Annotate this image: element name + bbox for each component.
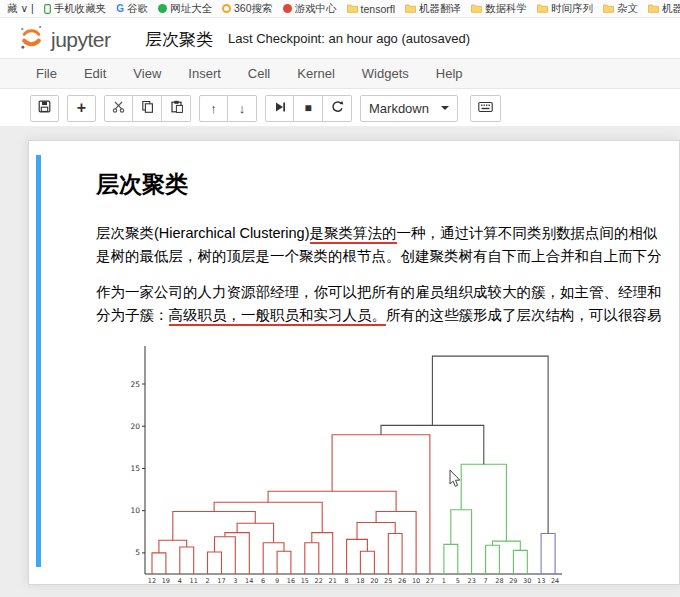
menu-view[interactable]: View bbox=[133, 66, 175, 81]
x-tick-label: 24 bbox=[551, 577, 559, 585]
bookmark-label: tensorfl bbox=[361, 3, 395, 15]
bookmark-item[interactable]: 游戏中心 bbox=[278, 1, 342, 17]
jupyter-logo-wordmark: jupyter bbox=[51, 28, 111, 52]
copy-cell-button[interactable] bbox=[133, 95, 162, 122]
bookmark-item[interactable]: 机器学习 bbox=[643, 1, 680, 17]
copy-icon bbox=[141, 100, 154, 116]
x-tick-label: 2 bbox=[205, 577, 209, 585]
bookmark-item[interactable]: 机器翻译 bbox=[400, 1, 466, 17]
bookmark-item[interactable]: 360搜索 bbox=[217, 1, 278, 17]
x-tick-label: 3 bbox=[233, 577, 237, 585]
x-tick-label: 13 bbox=[537, 577, 545, 585]
x-tick-label: 15 bbox=[301, 577, 309, 585]
p1-line2: 是树的最低层，树的顶层是一个聚类的根节点。创建聚类树有自下而上合并和自上而下分 bbox=[96, 245, 680, 268]
x-tick-label: 27 bbox=[426, 577, 434, 585]
dendrogram-link bbox=[376, 512, 416, 575]
stop-icon: ■ bbox=[304, 101, 311, 115]
jupyter-header: jupyter 层次聚类 Last Checkpoint: an hour ag… bbox=[0, 18, 680, 58]
dendrogram-link bbox=[305, 543, 319, 574]
move-cell-down-button[interactable]: ↓ bbox=[228, 95, 257, 122]
x-tick-label: 6 bbox=[261, 577, 265, 585]
command-palette-button[interactable] bbox=[470, 95, 501, 122]
paragraph-1: 层次聚类(Hierarchical Clustering)是聚类算法的一种，通过… bbox=[96, 222, 680, 268]
x-tick-label: 20 bbox=[370, 577, 378, 585]
move-cell-up-button[interactable]: ↑ bbox=[199, 95, 228, 122]
menu-file[interactable]: File bbox=[36, 66, 71, 81]
restart-kernel-button[interactable] bbox=[323, 95, 352, 122]
dendrogram-link bbox=[461, 464, 506, 541]
x-tick-label: 17 bbox=[217, 577, 225, 585]
interrupt-kernel-button[interactable]: ■ bbox=[294, 95, 323, 122]
cell-type-dropdown[interactable]: Markdown bbox=[360, 95, 458, 122]
x-tick-label: 11 bbox=[190, 577, 198, 585]
paste-cell-button[interactable] bbox=[162, 95, 191, 122]
dendrogram-link bbox=[432, 356, 548, 533]
restart-icon bbox=[331, 100, 344, 116]
jupyter-logo[interactable]: jupyter bbox=[18, 24, 111, 55]
bookmark-item[interactable]: 手机收藏夹 bbox=[39, 1, 112, 17]
x-tick-label: 10 bbox=[412, 577, 420, 585]
jupyter-logo-icon bbox=[18, 24, 45, 55]
dendrogram-link bbox=[388, 534, 402, 575]
dendrogram-link bbox=[451, 510, 472, 574]
dendrogram-link bbox=[214, 502, 322, 532]
selected-cell-indicator bbox=[36, 155, 41, 567]
x-tick-label: 19 bbox=[162, 577, 170, 585]
dendrogram-link bbox=[180, 547, 194, 574]
y-tick-label: 20 bbox=[130, 422, 140, 431]
dendrogram-link bbox=[312, 533, 333, 574]
bookmark-item[interactable]: 数据科学 bbox=[466, 1, 532, 17]
bookmark-item[interactable]: G谷歌 bbox=[111, 1, 153, 17]
menu-insert[interactable]: Insert bbox=[188, 66, 235, 81]
p2-underlined-text: 高级职员，一般职员和实习人员。 bbox=[169, 307, 387, 326]
dendrogram-link bbox=[268, 491, 396, 511]
dendrogram-link bbox=[208, 552, 222, 574]
menu-bar: File Edit View Insert Cell Kernel Widget… bbox=[0, 58, 680, 89]
bookmark-label: 网址大全 bbox=[170, 2, 212, 16]
step-forward-icon bbox=[274, 101, 286, 116]
markdown-cell[interactable]: 层次聚类 层次聚类(Hierarchical Clustering)是聚类算法的… bbox=[96, 169, 680, 585]
p2-text-cont: 所有的这些簇形成了层次结构，可以很容易 bbox=[386, 307, 662, 323]
dendrogram-link bbox=[381, 425, 484, 464]
bookmark-item[interactable]: 时间序列 bbox=[532, 1, 598, 17]
folder-icon bbox=[347, 4, 358, 13]
x-tick-label: 9 bbox=[275, 577, 279, 585]
folder-icon bbox=[537, 4, 548, 13]
cut-cell-button[interactable] bbox=[104, 95, 133, 122]
bookmark-item[interactable]: tensorfl bbox=[342, 1, 400, 17]
menu-kernel[interactable]: Kernel bbox=[297, 66, 349, 81]
arrow-down-icon: ↓ bbox=[239, 101, 246, 116]
menu-cell[interactable]: Cell bbox=[248, 66, 284, 81]
bookmark-label: 杂文 bbox=[617, 2, 638, 16]
p1-underlined-text: 是聚类算法的 bbox=[310, 225, 397, 244]
add-cell-button[interactable]: + bbox=[67, 95, 96, 122]
menu-edit[interactable]: Edit bbox=[84, 66, 120, 81]
dendrogram-link bbox=[277, 551, 291, 574]
dendrogram-plot: 5101520251219411217314691615222181820252… bbox=[117, 340, 567, 585]
bookmark-label: 机器学习 bbox=[662, 2, 680, 16]
notebook-workspace: 层次聚类 层次聚类(Hierarchical Clustering)是聚类算法的… bbox=[0, 126, 680, 597]
notebook-page: 层次聚类 层次聚类(Hierarchical Clustering)是聚类算法的… bbox=[28, 140, 680, 585]
dendrogram-link bbox=[152, 553, 166, 574]
run-cell-button[interactable] bbox=[265, 95, 294, 122]
mouse-cursor bbox=[449, 469, 462, 492]
bookmark-item[interactable]: 杂文 bbox=[598, 1, 643, 17]
bookmark-item[interactable]: 网址大全 bbox=[153, 1, 217, 17]
y-tick-label: 10 bbox=[130, 506, 140, 515]
save-button[interactable] bbox=[30, 95, 59, 122]
p1-text-cont: 一种，通过计算不同类别数据点间的相似 bbox=[397, 225, 658, 241]
y-tick-label: 15 bbox=[130, 464, 140, 473]
dendrogram-link bbox=[263, 543, 284, 574]
dendrogram-link bbox=[173, 512, 256, 541]
p1-text: 层次聚类(Hierarchical Clustering) bbox=[96, 225, 310, 241]
menu-widgets[interactable]: Widgets bbox=[362, 66, 423, 81]
x-tick-label: 18 bbox=[356, 577, 364, 585]
bookmark-item[interactable]: 藏 ∨ | bbox=[2, 1, 39, 17]
save-icon bbox=[38, 100, 51, 116]
menu-help[interactable]: Help bbox=[436, 66, 477, 81]
bookmark-label: 谷歌 bbox=[127, 2, 148, 16]
x-tick-label: 21 bbox=[329, 577, 337, 585]
notebook-title[interactable]: 层次聚类 bbox=[145, 28, 213, 51]
x-tick-label: 26 bbox=[398, 577, 406, 585]
p2-text: 分为子簇： bbox=[96, 307, 169, 323]
